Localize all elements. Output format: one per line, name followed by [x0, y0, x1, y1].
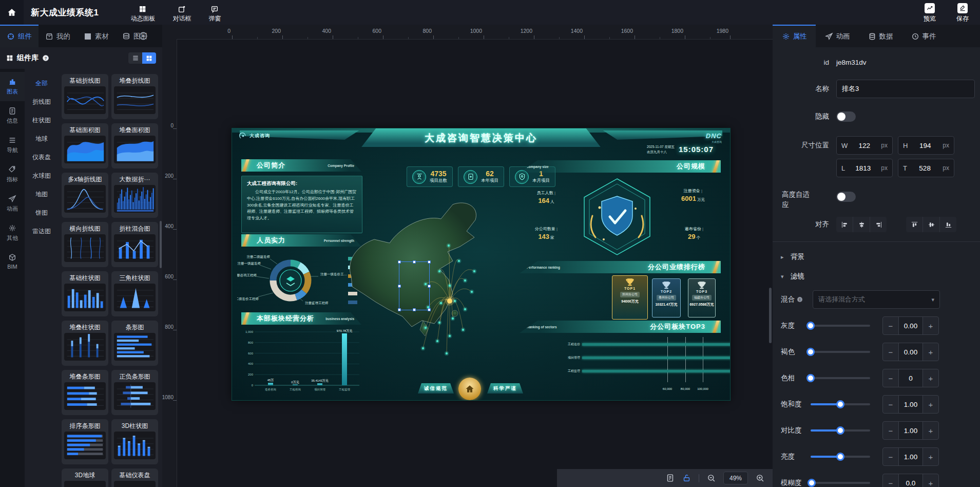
props-tab-事件[interactable]: 事件 — [902, 25, 945, 47]
topbar-tool-3[interactable]: 弹窗 — [208, 2, 221, 23]
grid-view-button[interactable] — [142, 52, 156, 64]
slider-亮度[interactable] — [811, 456, 870, 458]
plus-icon[interactable]: + — [923, 474, 938, 487]
align-right-button[interactable] — [870, 217, 887, 232]
cards-scrollbar[interactable] — [160, 221, 162, 268]
mix-select[interactable]: 请选择混合方式 ▾ — [813, 290, 940, 309]
component-card-堆叠柱状图[interactable]: 堆叠柱状图 — [62, 321, 108, 366]
unlock-icon[interactable] — [682, 474, 691, 482]
zoom-out-icon[interactable] — [707, 474, 716, 482]
component-card-横向折线图[interactable]: 横向折线图 — [62, 222, 108, 267]
left-field[interactable]: L1813px — [836, 159, 893, 177]
selection-box[interactable] — [399, 261, 430, 310]
props-tab-属性[interactable]: 属性 — [773, 25, 816, 47]
slider-灰度[interactable] — [811, 325, 870, 327]
subcategory-仪表盘[interactable]: 仪表盘 — [25, 148, 59, 166]
component-card-大数据折···[interactable]: 大数据折··· — [111, 173, 158, 218]
plus-icon[interactable]: + — [923, 369, 938, 387]
height-auto-toggle[interactable] — [836, 192, 856, 202]
help-icon[interactable]: ? — [42, 54, 49, 62]
align-center-h-button[interactable] — [853, 217, 870, 232]
name-input[interactable]: 排名3 — [836, 80, 975, 98]
page-list-icon[interactable] — [666, 474, 675, 482]
component-card-条形图[interactable]: 条形图 — [111, 321, 158, 366]
selection-handle[interactable] — [413, 308, 416, 311]
subcategory-柱状图[interactable]: 柱状图 — [25, 111, 59, 129]
component-card-3D柱状图[interactable]: 3D柱状图 — [111, 419, 158, 464]
selection-handle[interactable] — [428, 285, 431, 288]
height-field[interactable]: H194px — [898, 136, 954, 155]
plus-icon[interactable]: + — [923, 396, 938, 413]
category-BIM[interactable]: BIM — [0, 248, 25, 275]
topbar-tool-2[interactable]: 对话框 — [172, 2, 191, 23]
minus-icon[interactable]: − — [883, 448, 898, 465]
slider-色相[interactable] — [811, 377, 870, 379]
component-card-基础面积图[interactable]: 基础面积图 — [62, 123, 108, 168]
subcategory-水球图[interactable]: 水球图 — [25, 166, 59, 185]
slider-褐色[interactable] — [811, 351, 870, 353]
selection-handle[interactable] — [413, 260, 416, 264]
plus-icon[interactable]: + — [923, 448, 938, 465]
subcategory-地球[interactable]: 地球 — [25, 129, 59, 148]
category-动画[interactable]: 动画 — [0, 189, 25, 218]
trophy-TOP3[interactable]: TOP3 福建分公司 6927.0586万元 — [688, 278, 716, 317]
props-tab-数据[interactable]: 数据 — [859, 25, 902, 47]
trophy-TOP1[interactable]: TOP1 郑州分公司 94000万元 — [612, 275, 648, 320]
component-card-堆叠条形图[interactable]: 堆叠条形图 — [62, 370, 108, 415]
selection-handle[interactable] — [428, 260, 431, 264]
category-指标[interactable]: 指标 — [0, 160, 25, 189]
category-其他[interactable]: 其他 — [0, 218, 25, 248]
component-card-排序条形图[interactable]: 排序条形图 — [62, 419, 108, 464]
plus-icon[interactable]: + — [923, 422, 938, 439]
section-filter[interactable]: ▾ 滤镜 — [781, 272, 980, 281]
hidden-toggle[interactable] — [836, 111, 856, 122]
component-card-基础折线图[interactable]: 基础折线图 — [62, 74, 108, 119]
align-left-button[interactable] — [836, 217, 853, 232]
width-field[interactable]: W122px — [836, 136, 893, 155]
subcategory-地图[interactable]: 地图 — [25, 185, 59, 203]
subcategory-饼图[interactable]: 饼图 — [25, 203, 59, 222]
dashboard-preview[interactable]: 大成咨询 大成咨询智慧决策中心 DNC 大成咨询 2025-11-07 星期五农… — [232, 128, 730, 400]
plus-icon[interactable]: + — [923, 317, 938, 334]
component-card-基础仪表盘[interactable]: 基础仪表盘 — [111, 469, 158, 487]
trophy-TOP2[interactable]: TOP2 贵州分公司 10321.47万元 — [652, 278, 681, 317]
zoom-in-icon[interactable] — [756, 474, 764, 482]
component-card-折柱混合图[interactable]: 折柱混合图 — [111, 222, 158, 267]
component-card-基础柱状图[interactable]: 基础柱状图 — [62, 271, 108, 316]
component-card-多x轴折线图[interactable]: 多x轴折线图 — [62, 173, 108, 218]
minus-icon[interactable]: − — [883, 422, 898, 439]
slider-对比度[interactable] — [811, 429, 870, 432]
canvas-scrollbar[interactable] — [769, 288, 772, 343]
tab-组件[interactable]: 组件 — [0, 25, 39, 47]
preview-button[interactable]: 预览 — [924, 2, 936, 23]
minus-icon[interactable]: − — [883, 369, 898, 387]
align-middle-v-button[interactable] — [923, 217, 939, 232]
subcategory-折线图[interactable]: 折线图 — [25, 92, 59, 111]
section-background[interactable]: ▸ 背景 — [781, 252, 980, 261]
component-card-正负条形图[interactable]: 正负条形图 — [111, 370, 158, 415]
tab-图层[interactable]: 图层 — [116, 25, 154, 47]
category-图表[interactable]: 图表 — [0, 72, 25, 101]
top-field[interactable]: T528px — [898, 159, 954, 177]
save-button[interactable]: 保存 — [956, 2, 969, 23]
minus-icon[interactable]: − — [883, 474, 898, 487]
align-top-button[interactable] — [906, 217, 923, 232]
tab-我的[interactable]: 我的 — [39, 25, 77, 47]
selection-handle[interactable] — [428, 308, 431, 311]
slider-饱和度[interactable] — [811, 403, 870, 405]
component-card-3D地球[interactable]: 3D地球 — [62, 469, 108, 487]
minus-icon[interactable]: − — [883, 317, 898, 334]
selection-handle[interactable] — [398, 260, 401, 264]
selection-handle[interactable] — [398, 308, 401, 311]
tab-素材[interactable]: 素材 — [77, 25, 116, 47]
minus-icon[interactable]: − — [883, 396, 898, 413]
subcategory-全部[interactable]: 全部 — [25, 74, 59, 92]
plus-icon[interactable]: + — [923, 343, 938, 361]
component-card-堆叠折线图[interactable]: 堆叠折线图 — [111, 74, 158, 119]
eye-icon[interactable] — [139, 31, 148, 41]
category-信息[interactable]: 信息 — [0, 101, 25, 130]
selection-handle[interactable] — [398, 285, 401, 288]
component-card-三角柱状图[interactable]: 三角柱状图 — [111, 271, 158, 316]
subcategory-雷达图[interactable]: 雷达图 — [25, 222, 59, 240]
topbar-tool-1[interactable]: 动态面板 — [130, 2, 155, 23]
